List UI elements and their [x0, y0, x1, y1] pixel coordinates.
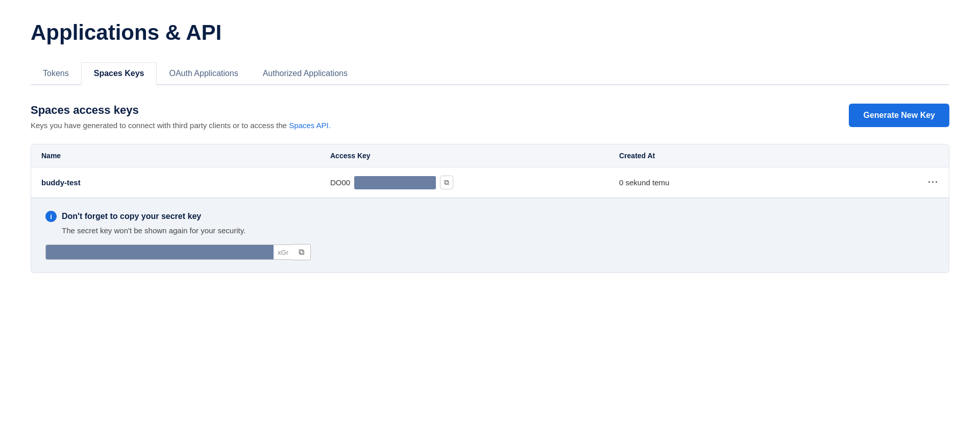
col-header-name: Name — [41, 152, 330, 160]
tabs-nav: Tokens Spaces Keys OAuth Applications Au… — [31, 61, 949, 85]
tab-tokens[interactable]: Tokens — [31, 62, 81, 85]
page-title: Applications & API — [31, 20, 949, 45]
col-header-actions — [908, 152, 939, 160]
access-key-cell: DO00 ⧉ — [330, 176, 619, 189]
info-icon: i — [45, 211, 57, 222]
table-row: buddy-test DO00 ⧉ 0 sekund temu ··· — [31, 167, 949, 198]
spaces-api-link[interactable]: Spaces API. — [289, 121, 331, 130]
tab-authorized-applications[interactable]: Authorized Applications — [251, 62, 360, 85]
secret-key-masked — [46, 245, 274, 259]
key-masked-value — [354, 176, 436, 189]
key-prefix: DO00 — [330, 178, 350, 187]
copy-secret-icon: ⧉ — [299, 248, 304, 257]
secret-key-row: xGr ⧉ — [45, 244, 311, 260]
secret-key-panel: i Don't forget to copy your secret key T… — [31, 198, 949, 273]
secret-header: i Don't forget to copy your secret key — [45, 211, 935, 222]
copy-icon: ⧉ — [444, 178, 449, 187]
table-header: Name Access Key Created At — [31, 144, 949, 167]
col-header-access-key: Access Key — [330, 152, 619, 160]
secret-key-input: xGr — [45, 244, 292, 260]
col-header-created-at: Created At — [619, 152, 908, 160]
key-name: buddy-test — [41, 178, 330, 187]
created-at-value: 0 sekund temu — [619, 178, 908, 187]
more-options-button[interactable]: ··· — [928, 177, 939, 188]
section-title: Spaces access keys — [31, 104, 331, 117]
section-header: Spaces access keys Keys you have generat… — [31, 104, 949, 130]
section-description: Keys you have generated to connect with … — [31, 121, 331, 130]
copy-access-key-button[interactable]: ⧉ — [440, 176, 453, 189]
copy-secret-key-button[interactable]: ⧉ — [292, 244, 311, 260]
tab-spaces-keys[interactable]: Spaces Keys — [81, 62, 157, 85]
section-info: Spaces access keys Keys you have generat… — [31, 104, 331, 130]
more-icon: ··· — [928, 177, 939, 187]
secret-description: The secret key won't be shown again for … — [45, 226, 935, 235]
secret-title: Don't forget to copy your secret key — [62, 212, 201, 221]
generate-new-key-button[interactable]: Generate New Key — [849, 104, 949, 127]
tab-oauth-applications[interactable]: OAuth Applications — [157, 62, 250, 85]
secret-key-suffix: xGr — [274, 245, 292, 259]
keys-table: Name Access Key Created At buddy-test DO… — [31, 144, 949, 273]
